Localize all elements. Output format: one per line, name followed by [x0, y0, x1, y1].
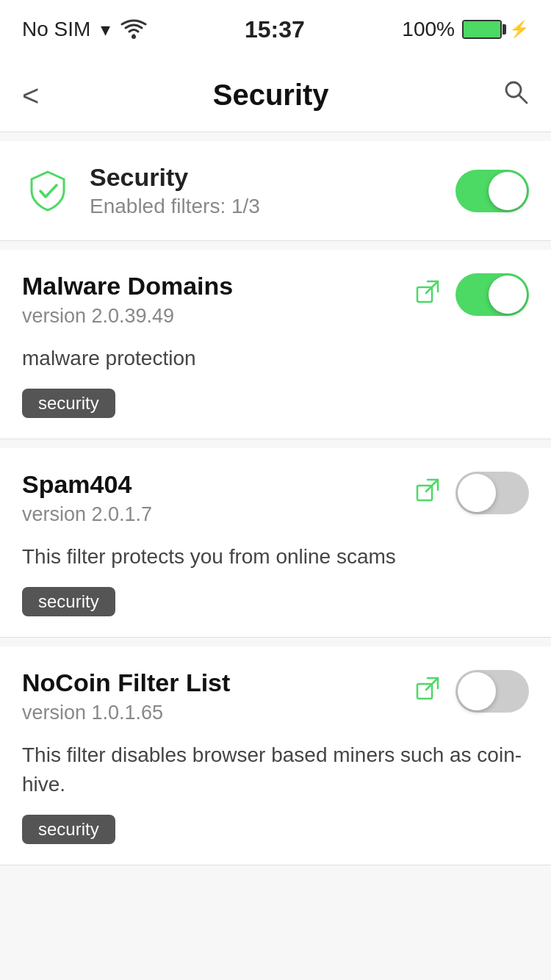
security-subtitle: Enabled filters: 1/3: [90, 195, 455, 218]
status-left: No SIM ▾︎: [22, 18, 147, 41]
filter-toggle-1[interactable]: [455, 472, 529, 514]
filter-card: Malware Domains version 2.0.39.49 malwar…: [0, 250, 551, 439]
external-link-icon[interactable]: [416, 677, 439, 706]
security-info: Security Enabled filters: 1/3: [90, 163, 455, 218]
shield-icon-wrap: [22, 165, 73, 217]
filter-description: This filter protects you from online sca…: [22, 542, 529, 571]
battery-fill: [464, 21, 500, 37]
status-bar: No SIM ▾︎ 15:37 100% ⚡: [0, 0, 551, 59]
nav-bar: < Security: [0, 59, 551, 132]
external-link-icon[interactable]: [416, 280, 439, 309]
filter-name: Spam404: [22, 470, 152, 499]
svg-line-2: [519, 96, 527, 103]
filter-info: Malware Domains version 2.0.39.49: [22, 272, 233, 328]
shield-check-icon: [26, 169, 70, 213]
battery-container: [462, 20, 502, 39]
filter-version: version 1.0.1.65: [22, 702, 230, 724]
filter-actions: [416, 472, 529, 514]
svg-point-0: [132, 35, 136, 39]
filter-card: NoCoin Filter List version 1.0.1.65 This…: [0, 646, 551, 865]
filter-version: version 2.0.1.7: [22, 503, 152, 526]
svg-point-1: [506, 82, 521, 97]
wifi-signal-icon: [120, 19, 147, 40]
filter-top: NoCoin Filter List version 1.0.1.65: [22, 669, 529, 724]
filter-name: NoCoin Filter List: [22, 669, 230, 697]
external-link-icon[interactable]: [416, 478, 439, 508]
filter-tag: security: [22, 815, 115, 844]
search-button[interactable]: [503, 79, 529, 112]
filter-description: malware protection: [22, 344, 529, 372]
toggle-knob: [489, 172, 527, 210]
carrier-label: No SIM: [22, 18, 90, 41]
toggle-knob: [489, 275, 527, 314]
filter-tag: security: [22, 389, 115, 418]
filter-info: NoCoin Filter List version 1.0.1.65: [22, 669, 230, 724]
toggle-knob: [458, 672, 496, 710]
wifi-icon: ▾︎: [101, 18, 110, 41]
filter-name: Malware Domains: [22, 272, 233, 300]
page-title: Security: [213, 79, 329, 112]
status-time: 15:37: [245, 16, 305, 43]
filter-list: Malware Domains version 2.0.39.49 malwar…: [0, 250, 551, 865]
filter-actions: [416, 670, 529, 713]
toggle-knob: [458, 474, 496, 512]
battery-box: [462, 20, 502, 39]
security-title: Security: [90, 163, 455, 192]
filter-top: Malware Domains version 2.0.39.49: [22, 272, 529, 328]
filter-actions: [416, 273, 529, 316]
filter-info: Spam404 version 2.0.1.7: [22, 470, 152, 526]
battery-percent-label: 100%: [402, 18, 455, 41]
back-button[interactable]: <: [22, 81, 39, 110]
filter-toggle-2[interactable]: [455, 670, 529, 713]
filter-top: Spam404 version 2.0.1.7: [22, 470, 529, 526]
filter-description: This filter disables browser based miner…: [22, 741, 529, 798]
security-toggle[interactable]: [455, 170, 529, 212]
filter-card: Spam404 version 2.0.1.7 This filter prot…: [0, 448, 551, 638]
filter-tag: security: [22, 587, 115, 616]
status-right: 100% ⚡: [402, 18, 529, 41]
charging-bolt-icon: ⚡: [509, 20, 529, 39]
filter-version: version 2.0.39.49: [22, 305, 233, 328]
filter-toggle-0[interactable]: [455, 273, 529, 316]
security-header: Security Enabled filters: 1/3: [0, 141, 551, 241]
